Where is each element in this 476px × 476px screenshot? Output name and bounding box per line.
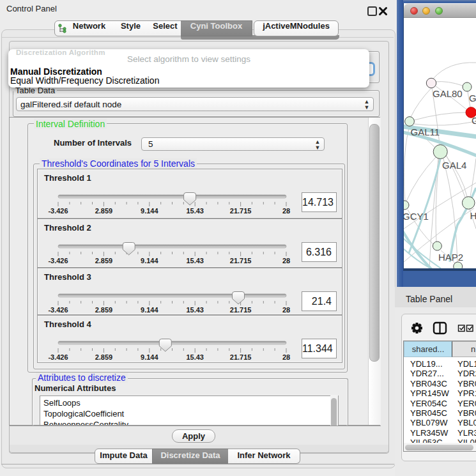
- svg-text:21.715: 21.715: [230, 257, 252, 265]
- svg-text:GA: GA: [469, 93, 476, 104]
- svg-text:2.859: 2.859: [95, 257, 113, 265]
- svg-text:2.859: 2.859: [95, 353, 113, 361]
- svg-text:-3.426: -3.426: [48, 353, 68, 361]
- svg-text:HAP2: HAP2: [438, 252, 463, 263]
- svg-text:-3.426: -3.426: [48, 207, 68, 215]
- svg-text:2.859: 2.859: [95, 306, 113, 314]
- svg-text:28: 28: [282, 257, 290, 265]
- svg-text:GAL4: GAL4: [442, 160, 466, 171]
- svg-text:GCY1: GCY1: [404, 211, 429, 222]
- svg-text:9.144: 9.144: [141, 207, 158, 215]
- svg-text:GA: GA: [472, 115, 476, 126]
- svg-text:15.43: 15.43: [186, 257, 204, 265]
- svg-text:15.43: 15.43: [186, 353, 204, 361]
- svg-text:9.144: 9.144: [141, 353, 158, 361]
- svg-text:15.43: 15.43: [186, 306, 204, 314]
- svg-text:GAL80: GAL80: [433, 88, 463, 99]
- svg-text:15.43: 15.43: [186, 207, 204, 215]
- svg-text:28: 28: [282, 207, 290, 215]
- svg-text:-3.426: -3.426: [48, 306, 68, 314]
- svg-text:28: 28: [282, 306, 290, 314]
- svg-text:-3.426: -3.426: [48, 257, 68, 265]
- svg-text:21.715: 21.715: [230, 353, 252, 361]
- svg-text:9.144: 9.144: [141, 257, 158, 265]
- svg-text:GAL11: GAL11: [411, 127, 440, 137]
- svg-text:21.715: 21.715: [230, 207, 252, 215]
- svg-text:28: 28: [282, 353, 290, 361]
- svg-text:9.144: 9.144: [141, 306, 158, 314]
- svg-text:HI: HI: [470, 210, 476, 221]
- svg-text:2.859: 2.859: [95, 207, 113, 215]
- svg-text:21.715: 21.715: [230, 306, 252, 314]
